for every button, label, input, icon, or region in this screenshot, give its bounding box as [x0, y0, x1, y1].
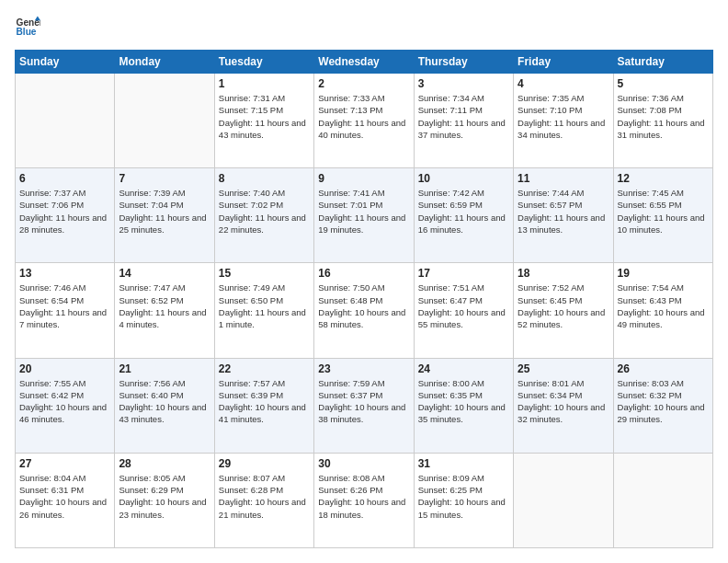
day-info: Sunrise: 7:50 AM Sunset: 6:48 PM Dayligh…: [318, 282, 409, 330]
calendar-cell: 4Sunrise: 7:35 AM Sunset: 7:10 PM Daylig…: [514, 74, 613, 168]
week-row-5: 27Sunrise: 8:04 AM Sunset: 6:31 PM Dayli…: [16, 453, 713, 547]
calendar-cell: 10Sunrise: 7:42 AM Sunset: 6:59 PM Dayli…: [414, 168, 513, 263]
day-number: 21: [119, 362, 210, 375]
calendar-cell: 13Sunrise: 7:46 AM Sunset: 6:54 PM Dayli…: [16, 263, 115, 358]
calendar-cell: 26Sunrise: 8:03 AM Sunset: 6:32 PM Dayli…: [613, 358, 712, 453]
day-number: 2: [318, 77, 409, 90]
calendar-cell: 9Sunrise: 7:41 AM Sunset: 7:01 PM Daylig…: [314, 168, 414, 263]
day-info: Sunrise: 7:36 AM Sunset: 7:08 PM Dayligh…: [618, 92, 709, 141]
header: General Blue: [15, 15, 713, 40]
calendar-cell: 30Sunrise: 8:08 AM Sunset: 6:26 PM Dayli…: [314, 453, 414, 547]
day-info: Sunrise: 7:49 AM Sunset: 6:50 PM Dayligh…: [219, 282, 310, 330]
calendar-cell: 19Sunrise: 7:54 AM Sunset: 6:43 PM Dayli…: [613, 263, 712, 358]
day-number: 13: [19, 267, 110, 280]
day-number: 24: [418, 362, 509, 375]
day-number: 7: [119, 172, 210, 185]
day-number: 14: [119, 267, 210, 280]
day-info: Sunrise: 7:57 AM Sunset: 6:39 PM Dayligh…: [219, 377, 310, 426]
calendar-cell: 25Sunrise: 8:01 AM Sunset: 6:34 PM Dayli…: [514, 358, 613, 453]
week-row-4: 20Sunrise: 7:55 AM Sunset: 6:42 PM Dayli…: [16, 358, 713, 453]
day-number: 29: [219, 457, 310, 470]
calendar-cell: 23Sunrise: 7:59 AM Sunset: 6:37 PM Dayli…: [314, 358, 414, 453]
calendar-table: SundayMondayTuesdayWednesdayThursdayFrid…: [15, 50, 713, 548]
day-info: Sunrise: 8:01 AM Sunset: 6:34 PM Dayligh…: [518, 377, 609, 426]
calendar-cell: [115, 74, 214, 168]
calendar-cell: 18Sunrise: 7:52 AM Sunset: 6:45 PM Dayli…: [514, 263, 613, 358]
weekday-sunday: Sunday: [16, 51, 115, 74]
day-info: Sunrise: 7:33 AM Sunset: 7:13 PM Dayligh…: [318, 92, 409, 141]
day-info: Sunrise: 8:05 AM Sunset: 6:29 PM Dayligh…: [119, 472, 210, 521]
day-number: 5: [618, 77, 709, 90]
calendar-cell: 31Sunrise: 8:09 AM Sunset: 6:25 PM Dayli…: [414, 453, 513, 547]
day-number: 19: [618, 267, 709, 280]
day-number: 20: [19, 362, 110, 375]
day-info: Sunrise: 7:37 AM Sunset: 7:06 PM Dayligh…: [19, 187, 110, 236]
weekday-tuesday: Tuesday: [214, 51, 313, 74]
day-info: Sunrise: 7:40 AM Sunset: 7:02 PM Dayligh…: [219, 187, 310, 236]
calendar-cell: 7Sunrise: 7:39 AM Sunset: 7:04 PM Daylig…: [115, 168, 214, 263]
day-number: 15: [219, 267, 310, 280]
day-number: 23: [318, 362, 409, 375]
calendar-cell: 3Sunrise: 7:34 AM Sunset: 7:11 PM Daylig…: [414, 74, 513, 168]
weekday-thursday: Thursday: [414, 51, 513, 74]
day-number: 26: [618, 362, 709, 375]
day-number: 9: [318, 172, 409, 185]
day-number: 17: [418, 267, 509, 280]
day-number: 27: [19, 457, 110, 470]
day-info: Sunrise: 8:04 AM Sunset: 6:31 PM Dayligh…: [19, 472, 110, 521]
day-number: 25: [518, 362, 609, 375]
day-info: Sunrise: 8:03 AM Sunset: 6:32 PM Dayligh…: [618, 377, 709, 426]
calendar-cell: 6Sunrise: 7:37 AM Sunset: 7:06 PM Daylig…: [16, 168, 115, 263]
calendar-cell: [514, 453, 613, 547]
day-info: Sunrise: 7:44 AM Sunset: 6:57 PM Dayligh…: [518, 187, 609, 236]
svg-text:Blue: Blue: [17, 27, 37, 37]
calendar-cell: [16, 74, 115, 168]
day-info: Sunrise: 8:09 AM Sunset: 6:25 PM Dayligh…: [418, 472, 509, 521]
day-info: Sunrise: 7:54 AM Sunset: 6:43 PM Dayligh…: [618, 282, 709, 330]
day-number: 31: [418, 457, 509, 470]
day-number: 18: [518, 267, 609, 280]
day-info: Sunrise: 8:07 AM Sunset: 6:28 PM Dayligh…: [219, 472, 310, 521]
calendar-cell: [613, 453, 712, 547]
day-info: Sunrise: 8:08 AM Sunset: 6:26 PM Dayligh…: [318, 472, 409, 521]
day-number: 28: [119, 457, 210, 470]
calendar-cell: 1Sunrise: 7:31 AM Sunset: 7:15 PM Daylig…: [214, 74, 313, 168]
day-info: Sunrise: 7:45 AM Sunset: 6:55 PM Dayligh…: [618, 187, 709, 236]
day-info: Sunrise: 7:31 AM Sunset: 7:15 PM Dayligh…: [219, 92, 310, 141]
day-number: 4: [518, 77, 609, 90]
calendar-cell: 27Sunrise: 8:04 AM Sunset: 6:31 PM Dayli…: [16, 453, 115, 547]
week-row-2: 6Sunrise: 7:37 AM Sunset: 7:06 PM Daylig…: [16, 168, 713, 263]
calendar-cell: 11Sunrise: 7:44 AM Sunset: 6:57 PM Dayli…: [514, 168, 613, 263]
calendar-cell: 21Sunrise: 7:56 AM Sunset: 6:40 PM Dayli…: [115, 358, 214, 453]
week-row-1: 1Sunrise: 7:31 AM Sunset: 7:15 PM Daylig…: [16, 74, 713, 168]
day-number: 6: [19, 172, 110, 185]
day-info: Sunrise: 7:56 AM Sunset: 6:40 PM Dayligh…: [119, 377, 210, 426]
day-info: Sunrise: 7:35 AM Sunset: 7:10 PM Dayligh…: [518, 92, 609, 141]
day-info: Sunrise: 7:52 AM Sunset: 6:45 PM Dayligh…: [518, 282, 609, 330]
day-number: 30: [318, 457, 409, 470]
day-info: Sunrise: 7:39 AM Sunset: 7:04 PM Dayligh…: [119, 187, 210, 236]
calendar-cell: 17Sunrise: 7:51 AM Sunset: 6:47 PM Dayli…: [414, 263, 513, 358]
calendar-cell: 29Sunrise: 8:07 AM Sunset: 6:28 PM Dayli…: [214, 453, 313, 547]
day-number: 12: [618, 172, 709, 185]
calendar-cell: 5Sunrise: 7:36 AM Sunset: 7:08 PM Daylig…: [613, 74, 712, 168]
day-info: Sunrise: 7:51 AM Sunset: 6:47 PM Dayligh…: [418, 282, 509, 330]
day-info: Sunrise: 7:46 AM Sunset: 6:54 PM Dayligh…: [19, 282, 110, 330]
day-info: Sunrise: 8:00 AM Sunset: 6:35 PM Dayligh…: [418, 377, 509, 426]
weekday-monday: Monday: [115, 51, 214, 74]
day-number: 16: [318, 267, 409, 280]
day-info: Sunrise: 7:42 AM Sunset: 6:59 PM Dayligh…: [418, 187, 509, 236]
day-number: 8: [219, 172, 310, 185]
week-row-3: 13Sunrise: 7:46 AM Sunset: 6:54 PM Dayli…: [16, 263, 713, 358]
calendar-cell: 12Sunrise: 7:45 AM Sunset: 6:55 PM Dayli…: [613, 168, 712, 263]
day-number: 11: [518, 172, 609, 185]
calendar-cell: 2Sunrise: 7:33 AM Sunset: 7:13 PM Daylig…: [314, 74, 414, 168]
day-info: Sunrise: 7:55 AM Sunset: 6:42 PM Dayligh…: [19, 377, 110, 426]
day-info: Sunrise: 7:47 AM Sunset: 6:52 PM Dayligh…: [119, 282, 210, 330]
day-number: 22: [219, 362, 310, 375]
calendar-cell: 15Sunrise: 7:49 AM Sunset: 6:50 PM Dayli…: [214, 263, 313, 358]
calendar-cell: 28Sunrise: 8:05 AM Sunset: 6:29 PM Dayli…: [115, 453, 214, 547]
calendar-cell: 8Sunrise: 7:40 AM Sunset: 7:02 PM Daylig…: [214, 168, 313, 263]
weekday-wednesday: Wednesday: [314, 51, 414, 74]
day-info: Sunrise: 7:34 AM Sunset: 7:11 PM Dayligh…: [418, 92, 509, 141]
